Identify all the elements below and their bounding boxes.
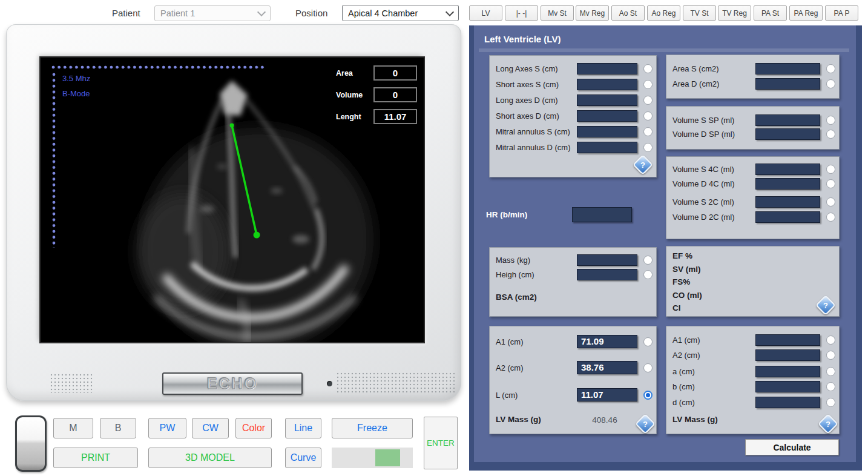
help-icon[interactable]: ?: [633, 154, 653, 175]
freeze-button[interactable]: Freeze: [332, 418, 413, 438]
measurement-radio[interactable]: [643, 96, 653, 105]
measurement-label: A2 (cm): [496, 363, 577, 372]
view-button-label: PA Reg: [794, 9, 818, 18]
measurement-radio[interactable]: [826, 197, 835, 207]
view-button-mv-st[interactable]: Mv St: [541, 5, 574, 21]
view-button-ao-st[interactable]: Ao St: [611, 5, 645, 21]
enter-button[interactable]: ENTER: [424, 417, 458, 469]
curve-button[interactable]: Curve: [285, 448, 321, 468]
measurement-input[interactable]: 71.09: [577, 335, 637, 348]
lv-mass-label: LV Mass (g): [496, 415, 541, 424]
lv-mass-label: LV Mass (g): [672, 415, 718, 424]
measurement-label: Heigh (cm): [496, 270, 577, 279]
measurement-label: d (cm): [672, 398, 755, 407]
help-icon[interactable]: ?: [635, 414, 656, 434]
measurement-radio[interactable]: [643, 80, 653, 89]
button-label: B: [115, 423, 122, 434]
measurement-input[interactable]: [577, 79, 637, 90]
measurement-radio[interactable]: [826, 165, 835, 174]
measurement-radio[interactable]: [643, 143, 653, 152]
freeze-slider-thumb[interactable]: [375, 449, 400, 466]
measurement-radio[interactable]: [826, 367, 835, 376]
measurement-radio[interactable]: [643, 363, 653, 372]
line-button[interactable]: Line: [285, 418, 321, 438]
measurement-radio[interactable]: [643, 127, 653, 136]
measurement-input[interactable]: 11.07: [577, 388, 637, 402]
measurement-radio[interactable]: [643, 256, 653, 265]
measurement-input[interactable]: [755, 211, 820, 223]
view-button-label: Ao St: [619, 9, 637, 18]
measurement-input[interactable]: [577, 142, 637, 153]
view-button-pa-p[interactable]: PA P: [825, 5, 858, 21]
help-icon[interactable]: ?: [815, 295, 836, 316]
calculate-button[interactable]: Calculate: [745, 439, 839, 455]
measurement-input[interactable]: [755, 63, 820, 74]
measurement-radio[interactable]: [826, 130, 835, 139]
measurement-input[interactable]: 38.76: [577, 361, 637, 374]
patient-select[interactable]: Patient 1: [154, 5, 271, 21]
measurement-input[interactable]: [755, 164, 820, 175]
measurement-radio[interactable]: [643, 337, 653, 346]
measurement-radio[interactable]: [826, 79, 835, 88]
measurement-input[interactable]: [755, 349, 820, 361]
hr-input[interactable]: [572, 207, 632, 222]
view-button-tv-reg[interactable]: TV Reg: [718, 5, 751, 21]
view-button-mv-reg[interactable]: Mv Reg: [576, 5, 609, 21]
position-select[interactable]: Apical 4 Chamber: [342, 5, 459, 21]
area-group: Area S (cm2) Area D (cm2): [666, 55, 840, 99]
measurement-radio[interactable]: [826, 351, 835, 360]
measurement-radio[interactable]: [826, 64, 835, 73]
measurement-input[interactable]: [577, 126, 637, 137]
measurement-radio[interactable]: [826, 213, 835, 222]
measurement-row: Mitral annulus D (cm): [496, 140, 653, 154]
m-mode-button[interactable]: M: [53, 418, 93, 438]
measurement-input[interactable]: [755, 178, 820, 190]
view-button-pa-reg[interactable]: PA Reg: [789, 5, 823, 21]
measurement-input[interactable]: [755, 128, 820, 140]
measurement-radio[interactable]: [643, 270, 653, 279]
view-button-lv[interactable]: LV: [469, 5, 502, 21]
b-mode-button[interactable]: B: [100, 418, 136, 438]
view-button-caliper[interactable]: |- -|: [505, 5, 538, 21]
measurement-input[interactable]: [755, 381, 820, 392]
freeze-slider[interactable]: [332, 448, 413, 468]
measurement-input[interactable]: [755, 196, 820, 208]
view-button-label: Mv St: [548, 9, 567, 18]
measurement-row: A1 (cm)71.09: [496, 334, 653, 349]
panel-header-separator: [479, 48, 849, 52]
measurement-input[interactable]: [577, 254, 637, 266]
ci-label: CI: [672, 303, 681, 312]
measurement-radio-selected[interactable]: [643, 391, 653, 400]
measurement-radio[interactable]: [826, 179, 835, 188]
measurement-radio[interactable]: [826, 116, 835, 125]
color-button[interactable]: Color: [235, 418, 272, 438]
measurement-input[interactable]: [755, 397, 820, 408]
measurement-input[interactable]: [577, 94, 637, 106]
measurement-label: Volume D SP (ml): [672, 130, 755, 139]
measurement-input[interactable]: [755, 114, 820, 126]
measurement-input[interactable]: [577, 110, 637, 122]
measurement-input[interactable]: [755, 366, 820, 377]
measurement-radio[interactable]: [826, 382, 835, 391]
speaker-grille-right: [337, 372, 456, 394]
measurement-radio[interactable]: [826, 398, 835, 407]
measurement-radio[interactable]: [643, 64, 653, 73]
measurement-label: Mitral annulus S (cm): [496, 127, 577, 136]
measurement-input[interactable]: [755, 334, 820, 346]
measurement-label: Short axes S (cm): [496, 80, 577, 89]
measurement-input[interactable]: [577, 269, 637, 280]
measurement-radio[interactable]: [643, 111, 653, 121]
ultrasound-probe[interactable]: [15, 415, 47, 472]
3d-model-button[interactable]: 3D MODEL: [148, 448, 272, 468]
view-button-pa-st[interactable]: PA St: [754, 5, 787, 21]
measurement-radio[interactable]: [826, 336, 835, 345]
view-button-tv-st[interactable]: TV St: [683, 5, 716, 21]
print-button[interactable]: PRINT: [53, 448, 138, 468]
measurement-input[interactable]: [577, 63, 637, 74]
measurement-input[interactable]: [755, 78, 820, 90]
view-button-ao-reg[interactable]: Ao Reg: [647, 5, 680, 21]
pw-button[interactable]: PW: [148, 418, 186, 438]
ellipsoid-group: A1 (cm) A2 (cm) a (cm) b (cm) d (cm) LV …: [666, 326, 840, 434]
cw-button[interactable]: CW: [192, 418, 229, 438]
help-icon[interactable]: ?: [818, 414, 838, 434]
